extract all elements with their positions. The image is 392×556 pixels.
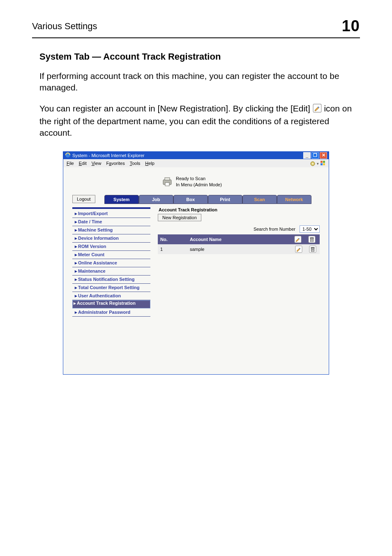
tab-network[interactable]: Network bbox=[277, 195, 311, 204]
search-label: Search from Number bbox=[254, 227, 295, 232]
svg-rect-5 bbox=[323, 161, 325, 163]
tab-system[interactable]: System bbox=[104, 195, 139, 204]
maximize-button[interactable]: ❐ bbox=[311, 152, 319, 159]
gear-icon[interactable] bbox=[309, 160, 316, 167]
trash-icon[interactable] bbox=[309, 246, 316, 253]
minimize-button[interactable]: _ bbox=[303, 152, 311, 159]
svg-rect-14 bbox=[310, 238, 314, 239]
svg-rect-6 bbox=[321, 163, 323, 165]
paragraph-2a: You can register an account in [New Regi… bbox=[39, 104, 313, 113]
sidebar-item-device-information[interactable]: ▸Device Information bbox=[72, 234, 150, 243]
menu-help[interactable]: Help bbox=[145, 161, 154, 166]
window-title: System - Microsoft Internet Explorer bbox=[72, 153, 144, 158]
tab-print[interactable]: Print bbox=[208, 195, 242, 204]
svg-rect-21 bbox=[311, 248, 315, 248]
banner-line2: In Menu (Admin Mode) bbox=[176, 182, 222, 188]
sidebar-item-status-notification[interactable]: ▸Status Notification Setting bbox=[72, 276, 150, 284]
col-edit bbox=[292, 234, 306, 244]
sidebar-item-machine-setting[interactable]: ▸Machine Setting bbox=[72, 226, 150, 234]
running-head-left: Various Settings bbox=[32, 21, 97, 32]
accounts-table: No. Account Name bbox=[158, 234, 320, 254]
cell-no: 1 bbox=[158, 244, 187, 254]
col-delete bbox=[306, 234, 320, 244]
running-head-right: 10 bbox=[342, 17, 360, 35]
tab-job[interactable]: Job bbox=[139, 195, 173, 204]
new-registration-button[interactable]: New Registration bbox=[158, 214, 201, 221]
section-title: System Tab — Account Track Registration bbox=[39, 51, 353, 62]
paragraph-1: If performing account track on this mach… bbox=[39, 70, 353, 94]
tab-scan[interactable]: Scan bbox=[242, 195, 277, 204]
title-bar[interactable]: System - Microsoft Internet Explorer _ ❐… bbox=[63, 152, 329, 159]
sidebar-item-rom-version[interactable]: ▸ROM Version bbox=[72, 243, 150, 251]
ie-icon bbox=[65, 152, 71, 159]
svg-point-3 bbox=[312, 163, 314, 164]
menu-tools[interactable]: Tools bbox=[130, 161, 141, 166]
main-section-title: Account Track Registration bbox=[159, 207, 320, 212]
paragraph-2: You can register an account in [New Regi… bbox=[39, 103, 353, 139]
sidebar-item-administrator-password[interactable]: ▸Administrator Password bbox=[72, 308, 150, 317]
banner-line1: Ready to Scan bbox=[176, 176, 222, 182]
logout-button[interactable]: Logout bbox=[72, 195, 95, 203]
svg-rect-9 bbox=[165, 178, 170, 180]
sidebar-item-online-assistance[interactable]: ▸Online Assistance bbox=[72, 259, 150, 267]
svg-rect-7 bbox=[323, 163, 325, 165]
sidebar-item-date-time[interactable]: ▸Date / Time bbox=[72, 218, 150, 226]
sidebar-item-total-counter-report[interactable]: ▸Total Counter Report Setting bbox=[72, 284, 150, 292]
col-no: No. bbox=[158, 234, 187, 244]
menu-favorites[interactable]: Favorites bbox=[106, 161, 125, 166]
menu-file[interactable]: File bbox=[67, 161, 74, 166]
sidebar-item-import-export[interactable]: ▸Import/Export bbox=[72, 210, 150, 218]
table-row: 1 sample bbox=[158, 244, 320, 254]
edit-icon bbox=[313, 104, 322, 116]
col-account-name: Account Name bbox=[187, 234, 292, 244]
trash-icon[interactable] bbox=[308, 236, 316, 243]
svg-rect-10 bbox=[165, 183, 169, 186]
search-select[interactable]: 1-50 bbox=[300, 225, 320, 233]
edit-icon[interactable] bbox=[294, 236, 302, 243]
chevron-down-icon[interactable]: ▾ bbox=[317, 162, 319, 166]
menu-view[interactable]: View bbox=[92, 161, 101, 166]
edit-icon[interactable] bbox=[295, 246, 302, 253]
sidebar-item-account-track-registration[interactable]: ▸Account Track Registration bbox=[72, 300, 150, 308]
sidebar-item-maintenance[interactable]: ▸Maintenance bbox=[72, 267, 150, 276]
tab-box[interactable]: Box bbox=[173, 195, 208, 204]
printer-icon bbox=[162, 176, 173, 187]
windows-flag-icon bbox=[320, 160, 326, 167]
sidebar-item-user-authentication[interactable]: ▸User Authentication bbox=[72, 292, 150, 300]
sidebar-item-meter-count[interactable]: ▸Meter Count bbox=[72, 251, 150, 259]
sidebar: ▸Import/Export ▸Date / Time ▸Machine Set… bbox=[72, 207, 150, 317]
menu-bar: File Edit View Favorites Tools Help ▾ bbox=[63, 159, 329, 167]
browser-window: System - Microsoft Internet Explorer _ ❐… bbox=[63, 151, 329, 375]
menu-edit[interactable]: Edit bbox=[79, 161, 87, 166]
svg-rect-4 bbox=[321, 161, 323, 163]
cell-account-name: sample bbox=[187, 244, 292, 254]
close-button[interactable]: ✕ bbox=[320, 152, 327, 159]
